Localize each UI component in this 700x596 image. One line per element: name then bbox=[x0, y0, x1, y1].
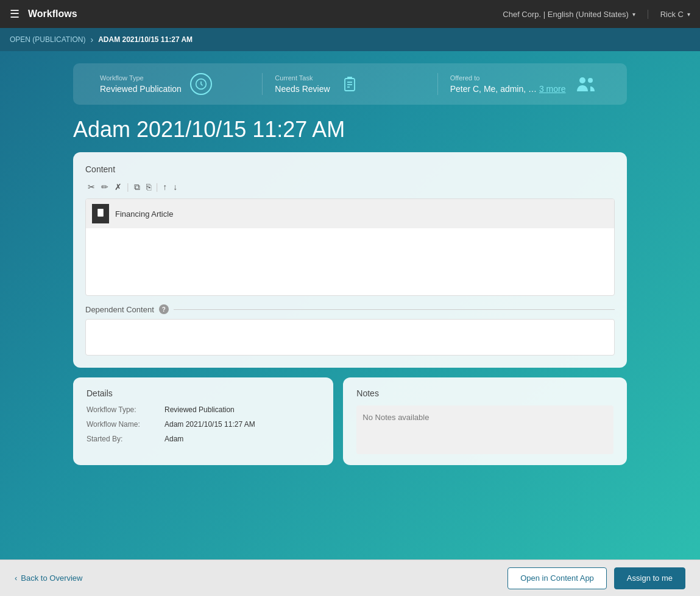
workflow-type-label: Workflow Type bbox=[100, 74, 182, 82]
details-val-type: Reviewed Publication bbox=[164, 405, 235, 414]
main-content: Workflow Type Reviewed Publication Curre… bbox=[0, 51, 700, 559]
user-selector[interactable]: Rick C ▾ bbox=[648, 10, 690, 19]
offered-to-icon bbox=[574, 73, 596, 95]
content-toolbar: ✂ ✏ ✗ | ⧉ ⎘ | ↑ ↓ bbox=[85, 181, 615, 192]
notes-heading: Notes bbox=[356, 388, 613, 398]
breadcrumb-parent[interactable]: OPEN (PUBLICATION) bbox=[10, 35, 85, 44]
user-label: Rick C bbox=[660, 10, 684, 19]
dependent-content-area bbox=[85, 319, 615, 356]
details-key-type: Workflow Type: bbox=[87, 405, 160, 414]
workflow-type-value: Reviewed Publication bbox=[100, 84, 182, 94]
toolbar-down-button[interactable]: ↓ bbox=[171, 181, 180, 192]
toolbar-edit-button[interactable]: ✏ bbox=[99, 181, 111, 192]
details-val-name: Adam 2021/10/15 11:27 AM bbox=[164, 420, 255, 429]
bottom-row: Details Workflow Type: Reviewed Publicat… bbox=[73, 377, 627, 465]
notes-panel: Notes No Notes available bbox=[343, 377, 627, 465]
breadcrumb-separator: › bbox=[90, 35, 93, 44]
offered-to-value: Peter C, Me, admin, … 3 more bbox=[450, 84, 566, 94]
content-list-area: Financing Article bbox=[85, 198, 615, 296]
content-panel-heading: Content bbox=[85, 164, 615, 174]
details-key-started: Started By: bbox=[87, 435, 160, 443]
current-task-icon bbox=[339, 73, 361, 95]
notes-empty-text: No Notes available bbox=[362, 413, 429, 422]
breadcrumb: OPEN (PUBLICATION) › ADAM 2021/10/15 11:… bbox=[0, 28, 700, 51]
hamburger-icon[interactable]: ☰ bbox=[10, 7, 19, 21]
back-arrow-icon: ‹ bbox=[15, 573, 17, 583]
org-label: Chef Corp. | English (United States) bbox=[503, 10, 628, 19]
details-key-name: Workflow Name: bbox=[87, 420, 160, 429]
toolbar-delete-button[interactable]: ✗ bbox=[112, 181, 124, 192]
offered-to-section: Offered to Peter C, Me, admin, … 3 more bbox=[438, 73, 612, 95]
divider bbox=[174, 309, 615, 310]
org-selector[interactable]: Chef Corp. | English (United States) ▾ bbox=[503, 10, 648, 19]
offered-to-label: Offered to bbox=[450, 74, 566, 82]
content-item-icon bbox=[92, 204, 109, 223]
svg-rect-7 bbox=[99, 210, 102, 211]
details-table: Workflow Type: Reviewed Publication Work… bbox=[87, 405, 320, 443]
content-item-name: Financing Article bbox=[115, 209, 173, 219]
toolbar-cut-button[interactable]: ✂ bbox=[85, 181, 97, 192]
footer-actions: Open in Content App Assign to me bbox=[507, 567, 685, 589]
svg-rect-8 bbox=[99, 212, 102, 212]
svg-rect-9 bbox=[99, 213, 101, 214]
toolbar-sep-1: | bbox=[127, 182, 129, 192]
content-list-item[interactable]: Financing Article bbox=[86, 199, 614, 228]
details-row-started: Started By: Adam bbox=[87, 435, 320, 443]
details-row-name: Workflow Name: Adam 2021/10/15 11:27 AM bbox=[87, 420, 320, 429]
svg-point-4 bbox=[579, 77, 585, 83]
page-title: Adam 2021/10/15 11:27 AM bbox=[73, 117, 627, 142]
workflow-info-card: Workflow Type Reviewed Publication Curre… bbox=[73, 63, 627, 105]
toolbar-paste-button[interactable]: ⎘ bbox=[144, 181, 154, 192]
offered-more-link[interactable]: 3 more bbox=[539, 84, 566, 94]
svg-rect-6 bbox=[97, 209, 104, 217]
content-panel: Content ✂ ✏ ✗ | ⧉ ⎘ | ↑ ↓ bbox=[73, 152, 627, 368]
open-in-content-app-button[interactable]: Open in Content App bbox=[507, 567, 607, 589]
user-chevron-icon: ▾ bbox=[687, 11, 690, 18]
dependent-content-header: Dependent Content ? bbox=[85, 304, 615, 314]
current-task-label: Current Task bbox=[275, 74, 330, 82]
app-title: Workflows bbox=[28, 9, 77, 19]
toolbar-copy-button[interactable]: ⧉ bbox=[132, 181, 143, 192]
back-label: Back to Overview bbox=[21, 573, 82, 583]
footer: ‹ Back to Overview Open in Content App A… bbox=[0, 559, 700, 596]
svg-point-5 bbox=[588, 78, 593, 83]
notes-area: No Notes available bbox=[356, 405, 613, 454]
dependent-content-label: Dependent Content bbox=[85, 305, 154, 314]
workflow-type-icon bbox=[190, 73, 212, 95]
details-row-type: Workflow Type: Reviewed Publication bbox=[87, 405, 320, 414]
current-task-value: Needs Review bbox=[275, 84, 330, 94]
details-val-started: Adam bbox=[164, 435, 183, 443]
details-panel: Details Workflow Type: Reviewed Publicat… bbox=[73, 377, 333, 465]
org-chevron-icon: ▾ bbox=[632, 11, 635, 18]
assign-to-me-button[interactable]: Assign to me bbox=[614, 567, 685, 589]
back-to-overview-link[interactable]: ‹ Back to Overview bbox=[15, 573, 83, 583]
workflow-type-section: Workflow Type Reviewed Publication bbox=[88, 73, 263, 95]
current-task-section: Current Task Needs Review bbox=[263, 73, 437, 95]
toolbar-sep-2: | bbox=[156, 182, 158, 192]
top-nav: ☰ Workflows Chef Corp. | English (United… bbox=[0, 0, 700, 28]
toolbar-up-button[interactable]: ↑ bbox=[160, 181, 169, 192]
help-icon[interactable]: ? bbox=[159, 304, 169, 314]
details-heading: Details bbox=[87, 388, 320, 398]
breadcrumb-current: ADAM 2021/10/15 11:27 AM bbox=[98, 35, 193, 44]
